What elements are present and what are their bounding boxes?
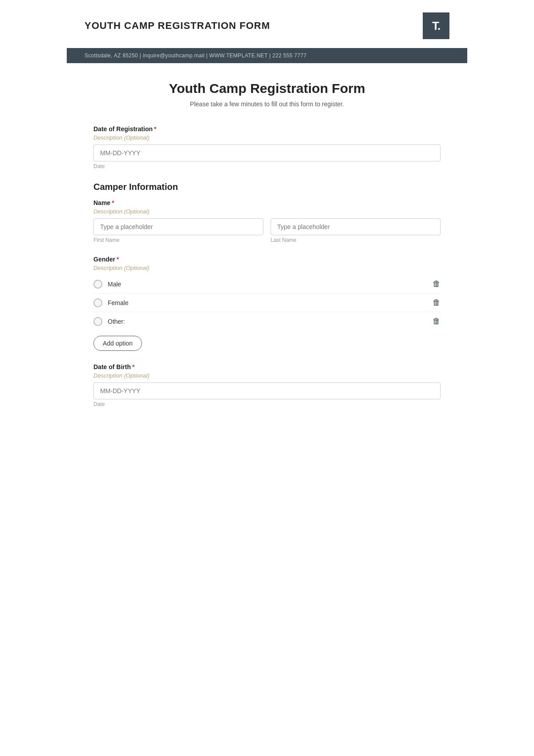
gender-options: Male 🗑 Female 🗑 Other:	[93, 275, 441, 330]
name-label: Name*	[93, 199, 441, 206]
delete-male-icon[interactable]: 🗑	[433, 279, 441, 289]
date-of-birth-description: Description (Optional)	[93, 372, 441, 379]
date-of-registration-field: Date of Registration* Description (Optio…	[93, 125, 441, 169]
last-name-col: Last Name	[271, 218, 441, 243]
date-of-birth-sublabel: Date	[93, 401, 441, 407]
name-row: First Name Last Name	[93, 218, 441, 243]
date-of-registration-input[interactable]	[93, 145, 441, 161]
camper-information-section: Camper Information Name* Description (Op…	[93, 182, 441, 407]
page-header: YOUTH CAMP REGISTRATION FORM T.	[67, 0, 467, 48]
gender-field: Gender* Description (Optional) Male 🗑 F	[93, 256, 441, 351]
last-name-sublabel: Last Name	[271, 237, 441, 243]
form-subtitle: Please take a few minutes to fill out th…	[93, 101, 441, 108]
gender-option-male: Male 🗑	[93, 275, 441, 294]
gender-description: Description (Optional)	[93, 265, 441, 271]
logo: T.	[423, 12, 449, 39]
first-name-col: First Name	[93, 218, 263, 243]
delete-other-icon[interactable]: 🗑	[433, 317, 441, 326]
header-title: YOUTH CAMP REGISTRATION FORM	[85, 20, 270, 32]
date-of-registration-description: Description (Optional)	[93, 134, 441, 141]
date-of-birth-input[interactable]	[93, 382, 441, 399]
add-option-button[interactable]: Add option	[93, 336, 142, 351]
name-field: Name* Description (Optional) First Name …	[93, 199, 441, 243]
gender-label: Gender*	[93, 256, 441, 263]
delete-female-icon[interactable]: 🗑	[433, 298, 441, 307]
info-bar: Scottsdale, AZ 85250 | inquire@youthcamp…	[67, 48, 467, 63]
radio-female[interactable]	[93, 298, 102, 307]
date-of-registration-label: Date of Registration*	[93, 125, 441, 133]
radio-male[interactable]	[93, 280, 102, 289]
name-description: Description (Optional)	[93, 208, 441, 215]
gender-male-label: Male	[108, 281, 121, 288]
main-content: Youth Camp Registration Form Please take…	[67, 63, 467, 450]
gender-option-other: Other: 🗑	[93, 312, 441, 330]
camper-section-title: Camper Information	[93, 182, 441, 192]
radio-other[interactable]	[93, 317, 102, 326]
date-of-birth-field: Date of Birth* Description (Optional) Da…	[93, 363, 441, 407]
form-title: Youth Camp Registration Form	[93, 81, 441, 96]
first-name-input[interactable]	[93, 218, 263, 235]
gender-female-label: Female	[108, 299, 129, 306]
date-of-birth-label: Date of Birth*	[93, 363, 441, 370]
gender-option-female: Female 🗑	[93, 294, 441, 312]
gender-other-label: Other:	[108, 318, 125, 325]
date-of-registration-sublabel: Date	[93, 163, 441, 169]
first-name-sublabel: First Name	[93, 237, 263, 243]
last-name-input[interactable]	[271, 218, 441, 235]
